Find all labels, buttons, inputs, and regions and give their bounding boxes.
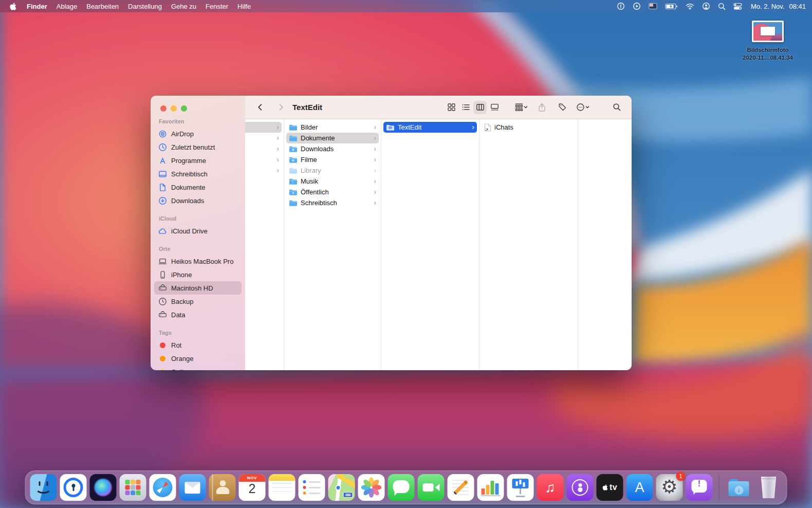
dock-notes-icon[interactable] [269,474,296,501]
user-icon[interactable] [702,2,710,10]
dock-siri-icon[interactable] [90,474,117,501]
apple-menu-icon[interactable] [9,2,17,11]
folder-row-dokumente-selected[interactable]: Dokumente› [286,133,379,143]
tag-button[interactable] [556,101,569,114]
menu-hilfe[interactable]: Hilfe [233,3,255,10]
folder-row-textedit-selected[interactable]: TextEdit› [383,122,477,133]
folder-row-musik[interactable]: Musik› [286,176,379,187]
sidebar-item-icloud-drive[interactable]: iCloud Drive [154,224,242,238]
gallery-view-button[interactable] [488,101,501,114]
dock-launchpad-icon[interactable] [120,474,146,501]
folder-row-library[interactable]: Library› [286,165,379,176]
record-icon[interactable] [617,2,625,10]
sidebar-item-tag-orange[interactable]: Orange [154,352,242,365]
dock-numbers-icon[interactable] [477,474,504,501]
folder-icon [289,189,298,196]
menu-fenster[interactable]: Fenster [201,3,233,10]
column-parent: › › › › › [245,119,284,370]
input-source-icon[interactable] [649,3,657,10]
dock-system-preferences-icon[interactable]: 1 [656,474,683,501]
dock-app-store-icon[interactable]: A [626,474,653,501]
sidebar-item-downloads[interactable]: Downloads [154,194,242,207]
folder-row-schreibtisch[interactable]: Schreibtisch› [286,197,379,208]
folder-icon [289,146,298,153]
dock-maps-icon[interactable]: 280 [328,474,355,501]
dock-1password-icon[interactable] [60,474,87,501]
sidebar-item-backup[interactable]: Backup [154,295,242,308]
zoom-button[interactable] [181,105,187,112]
parent-row-selected[interactable]: › [245,122,282,133]
menu-darstellung[interactable]: Darstellung [123,3,167,10]
share-button[interactable] [535,101,548,114]
dock-calendar-icon[interactable]: NOV 2 [239,474,266,501]
dock-downloads-folder-icon[interactable] [726,474,752,501]
play-icon[interactable] [633,2,641,10]
red-tag-icon [160,342,165,348]
folder-icon [289,124,298,131]
dock-pages-icon[interactable] [448,474,474,501]
sidebar-item-zuletzt-benutzt[interactable]: Zuletzt benutzt [154,140,242,154]
dock-feedback-assistant-icon[interactable] [686,474,713,501]
applications-icon [158,156,167,165]
column-home: Bilder› Dokumente› Downloads› Filme› [284,119,381,370]
close-button[interactable] [160,105,167,112]
sidebar-item-programme[interactable]: Programme [154,154,242,167]
dock-podcasts-icon[interactable] [567,474,594,501]
menu-gehe-zu[interactable]: Gehe zu [167,3,201,10]
dock-music-icon[interactable] [537,474,564,501]
dock-safari-icon[interactable] [150,474,176,501]
wifi-icon[interactable] [686,3,694,10]
spotlight-icon[interactable] [718,3,726,10]
parent-row[interactable]: › [245,165,282,176]
calendar-day-label: 2 [239,481,266,496]
chevron-right-icon: › [374,188,376,195]
folder-row-downloads[interactable]: Downloads› [286,143,379,154]
control-center-icon[interactable] [733,3,742,10]
list-view-button[interactable] [459,101,472,114]
back-button[interactable] [253,101,267,114]
menu-ablage[interactable]: Ablage [52,3,82,10]
dock: NOV 2 280 tv A 1 [25,470,787,504]
minimize-button[interactable] [171,105,177,112]
dock-photos-icon[interactable] [358,474,385,501]
sidebar-item-tag-rot[interactable]: Rot [154,338,242,352]
sidebar-item-data[interactable]: Data [154,308,242,321]
dock-keynote-icon[interactable] [507,474,534,501]
file-row-ichats[interactable]: iChats [482,122,576,133]
sidebar-item-macintosh-hd[interactable]: Macintosh HD [154,281,242,295]
sidebar-item-tag-gelb[interactable]: Gelb [154,365,242,370]
sidebar-item-schreibtisch[interactable]: Schreibtisch [154,167,242,180]
dock-messages-icon[interactable] [388,474,415,501]
more-button[interactable] [576,101,589,114]
dock-mail-icon[interactable] [179,474,206,501]
cloud-icon [158,227,167,235]
sidebar-item-iphone[interactable]: iPhone [154,268,242,281]
icon-view-button[interactable] [445,101,458,114]
folder-row-filme[interactable]: Filme› [286,154,379,165]
dock-contacts-icon[interactable] [209,474,236,501]
dock-trash-icon[interactable] [755,474,782,501]
group-button[interactable] [514,101,528,114]
menu-bearbeiten[interactable]: Bearbeiten [82,3,123,10]
dock-finder-icon[interactable] [30,474,57,501]
parent-row[interactable]: › [245,154,282,165]
battery-icon[interactable] [665,3,678,10]
parent-row[interactable]: › [245,133,282,143]
desktop-screenshot-icon[interactable]: Bildschirmfoto 2020-11…08.41.34 [735,21,801,62]
column-textedit: iChats [479,119,578,370]
menu-finder[interactable]: Finder [22,3,52,10]
folder-row-oeffentlich[interactable]: Öffentlich› [286,187,379,197]
parent-row[interactable]: › [245,143,282,154]
chevron-right-icon: › [472,123,474,131]
search-button[interactable] [610,101,623,114]
sidebar-item-airdrop[interactable]: AirDrop [154,127,242,140]
column-view-button[interactable] [473,101,487,114]
sidebar-item-macbook[interactable]: Heikos MacBook Pro [154,255,242,268]
dock-reminders-icon[interactable] [299,474,325,501]
sidebar-item-dokumente[interactable]: Dokumente [154,180,242,194]
menu-clock[interactable]: Mo. 2. Nov. 08:41 [751,3,806,10]
dock-facetime-icon[interactable] [418,474,445,501]
folder-row-bilder[interactable]: Bilder› [286,122,379,133]
forward-button[interactable] [274,101,287,114]
dock-apple-tv-icon[interactable]: tv [597,474,623,501]
